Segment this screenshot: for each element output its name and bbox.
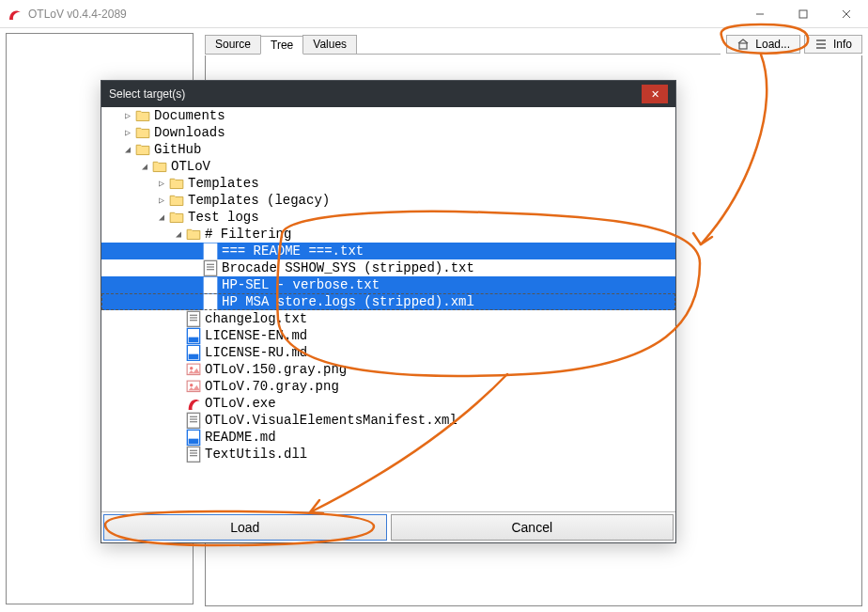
tree-node[interactable]: LICENSE-EN.md	[101, 327, 675, 344]
folder-icon	[169, 176, 184, 191]
md-icon	[186, 430, 201, 445]
tree-node[interactable]: === README ===.txt	[101, 243, 675, 259]
load-icon	[736, 38, 750, 51]
tree-toggle-icon[interactable]: ▷	[122, 127, 133, 138]
folder-icon	[135, 108, 150, 123]
tree-node[interactable]: ◢GitHub	[101, 141, 675, 158]
file-icon	[186, 413, 201, 428]
folder-icon	[169, 193, 184, 208]
tree-node-label: # Filtering	[205, 227, 291, 242]
load-button[interactable]: Load...	[726, 35, 800, 54]
svg-rect-24	[187, 311, 199, 326]
svg-rect-29	[189, 337, 199, 341]
tree-toggle-spacer	[173, 432, 184, 443]
tree-toggle-icon[interactable]: ▷	[156, 195, 167, 206]
tree-toggle-spacer	[173, 348, 184, 358]
tree-node[interactable]: OTLoV.70.gray.png	[101, 378, 675, 395]
tree-toggle-spacer	[173, 331, 184, 341]
svg-rect-41	[189, 438, 199, 443]
tree-toggle-icon[interactable]: ▷	[156, 178, 167, 189]
svg-rect-42	[187, 447, 199, 462]
tree-node-label: OTLoV.150.gray.png	[205, 362, 347, 377]
file-icon	[203, 243, 218, 259]
svg-rect-16	[204, 277, 216, 292]
dialog-close-button[interactable]: ✕	[642, 85, 668, 103]
tree-node-label: README.md	[205, 430, 276, 445]
svg-rect-36	[187, 413, 199, 428]
tree-node[interactable]: OTLoV.150.gray.png	[101, 361, 675, 378]
svg-rect-20	[204, 294, 216, 309]
tree-node[interactable]: ◢OTLoV	[101, 158, 675, 175]
tree-node[interactable]: ▷Templates (legacy)	[101, 192, 675, 209]
tree-toggle-spacer	[173, 382, 184, 392]
folder-icon	[152, 159, 167, 174]
tree-node-label: OTLoV.VisualElementsManifest.xml	[205, 413, 457, 428]
folder-icon	[135, 125, 150, 140]
dialog-load-button[interactable]: Load	[103, 514, 387, 541]
tree-node-label: Documents	[154, 108, 225, 123]
tree-node-label: === README ===.txt	[222, 243, 364, 259]
maximize-button[interactable]	[782, 0, 825, 27]
tree-toggle-icon[interactable]: ◢	[122, 144, 133, 155]
tree-node-label: TextUtils.dll	[205, 447, 307, 462]
folder-icon	[135, 142, 150, 157]
file-icon	[203, 294, 218, 309]
dialog-cancel-label: Cancel	[511, 520, 552, 535]
select-targets-dialog: Select target(s) ✕ ▷Documents▷Downloads◢…	[101, 80, 676, 543]
tree-node-label: Test logs	[188, 210, 259, 225]
tree-toggle-spacer	[190, 297, 201, 307]
tree-toggle-spacer	[173, 314, 184, 324]
tree-node-label: OTLoV	[171, 159, 210, 174]
dialog-tree[interactable]: ▷Documents▷Downloads◢GitHub◢OTLoV▷Templa…	[101, 107, 675, 511]
tab-source[interactable]: Source	[205, 35, 261, 54]
tree-node-label: changelog.txt	[205, 311, 307, 326]
tree-node[interactable]: ◢# Filtering	[101, 226, 675, 243]
dialog-titlebar[interactable]: Select target(s) ✕	[101, 81, 675, 107]
img-icon	[186, 362, 201, 377]
file-icon	[186, 311, 201, 326]
md-icon	[186, 328, 201, 343]
tree-node[interactable]: LICENSE-RU.md	[101, 344, 675, 361]
tree-toggle-spacer	[173, 399, 184, 409]
tree-node[interactable]: OTLoV.exe	[101, 395, 675, 412]
minimize-icon	[755, 9, 765, 19]
tree-toggle-icon[interactable]: ◢	[156, 212, 167, 223]
tree-node[interactable]: Brocade SSHOW_SYS (stripped).txt	[101, 259, 675, 276]
tree-node[interactable]: HP-SEL - verbose.txt	[101, 276, 675, 293]
tree-toggle-spacer	[173, 365, 184, 375]
dialog-cancel-button[interactable]: Cancel	[391, 514, 674, 541]
tree-toggle-icon[interactable]: ◢	[173, 228, 184, 240]
tab-tree[interactable]: Tree	[260, 36, 303, 55]
tree-toggle-icon[interactable]: ◢	[139, 161, 150, 172]
tree-toggle-icon[interactable]: ▷	[122, 110, 133, 121]
svg-point-33	[190, 367, 193, 369]
tab-values[interactable]: Values	[302, 35, 357, 54]
menu-icon	[814, 38, 828, 51]
tree-node[interactable]: changelog.txt	[101, 310, 675, 327]
tree-toggle-spacer	[173, 416, 184, 426]
file-icon	[203, 260, 218, 275]
tree-node[interactable]: HP MSA store.logs (stripped).xml	[101, 293, 675, 310]
titlebar: OTLoV v0.4.4-2089	[0, 0, 868, 28]
file-icon	[203, 277, 218, 292]
tree-node[interactable]: ▷Templates	[101, 175, 675, 192]
tree-node[interactable]: ▷Documents	[101, 107, 675, 124]
tree-toggle-spacer	[190, 280, 201, 290]
tree-node-label: OTLoV.exe	[205, 396, 276, 411]
tree-node[interactable]: OTLoV.VisualElementsManifest.xml	[101, 412, 675, 429]
info-button[interactable]: Info	[804, 35, 862, 54]
tree-toggle-spacer	[190, 263, 201, 274]
minimize-button[interactable]	[738, 0, 782, 27]
tree-node-label: Brocade SSHOW_SYS (stripped).txt	[222, 260, 474, 275]
tree-node[interactable]: TextUtils.dll	[101, 446, 675, 463]
maximize-icon	[798, 9, 808, 19]
close-button[interactable]	[825, 0, 868, 27]
tree-node-label: HP MSA store.logs (stripped).xml	[222, 294, 474, 309]
load-button-label: Load...	[755, 38, 790, 51]
tree-node[interactable]: README.md	[101, 429, 675, 446]
tree-node[interactable]: ◢Test logs	[101, 209, 675, 226]
tree-node[interactable]: ▷Downloads	[101, 124, 675, 141]
tree-node-label: LICENSE-RU.md	[205, 345, 307, 360]
close-icon: ✕	[651, 88, 659, 101]
tree-node-label: OTLoV.70.gray.png	[205, 379, 339, 394]
